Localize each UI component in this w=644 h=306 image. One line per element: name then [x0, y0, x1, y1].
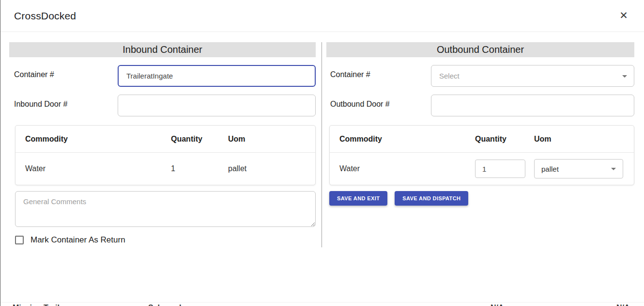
- outbound-quantity-input[interactable]: [475, 160, 525, 178]
- inbound-col-commodity: Commodity: [25, 135, 171, 144]
- modal-body: Inbound Container Container # Inbound Do…: [0, 32, 644, 247]
- inbound-panel: Inbound Container Container # Inbound Do…: [0, 32, 322, 245]
- modal-titlebar: CrossDocked ✕: [0, 0, 644, 32]
- close-icon[interactable]: ✕: [617, 9, 630, 22]
- mark-return-checkbox[interactable]: [15, 236, 24, 244]
- outbound-commodity-value: Water: [339, 164, 475, 173]
- inbound-commodity-value: Water: [25, 164, 171, 173]
- inbound-col-uom: Uom: [228, 135, 306, 144]
- outbound-col-commodity: Commodity: [339, 135, 475, 144]
- page-title: CrossDocked: [14, 10, 76, 22]
- outbound-door-label: Outbound Door #: [326, 95, 431, 116]
- outbound-door-input[interactable]: [431, 95, 634, 116]
- inbound-uom-value: pallet: [228, 164, 306, 173]
- outbound-container-row: Container # Select: [326, 65, 634, 87]
- outbound-container-select-value: Select: [439, 72, 460, 80]
- inbound-container-label: Container #: [9, 65, 118, 87]
- dropdown-arrow-icon: [611, 168, 616, 170]
- background-cell: Mission Trails: [13, 304, 64, 306]
- save-and-exit-button[interactable]: SAVE AND EXIT: [329, 191, 387, 206]
- inbound-col-quantity: Quantity: [171, 135, 228, 144]
- outbound-section-header: Outbound Container: [326, 42, 634, 57]
- inbound-section-header: Inbound Container: [9, 42, 316, 57]
- crossdocked-modal: CrossDocked ✕ Inbound Container Containe…: [0, 0, 644, 306]
- background-cell: Schwev Ln: [148, 304, 189, 306]
- outbound-panel: Outbound Container Container # Select Ou…: [322, 32, 644, 206]
- outbound-col-quantity: Quantity: [475, 135, 534, 144]
- outbound-table-header: Commodity Quantity Uom: [330, 126, 634, 153]
- inbound-quantity-value: 1: [171, 164, 228, 173]
- outbound-container-select[interactable]: Select: [431, 65, 634, 87]
- outbound-commodity-table: Commodity Quantity Uom Water pallet: [329, 125, 634, 185]
- mark-return-label: Mark Container As Return: [31, 235, 125, 245]
- outbound-uom-value: pallet: [541, 165, 559, 173]
- table-row: Water pallet: [330, 153, 634, 185]
- inbound-table-header: Commodity Quantity Uom: [15, 126, 315, 153]
- general-comments-textarea[interactable]: [15, 191, 316, 227]
- background-cell: N/A: [616, 304, 630, 306]
- background-cell: N/A: [491, 304, 504, 306]
- inbound-commodity-table: Commodity Quantity Uom Water 1 pallet: [15, 125, 316, 185]
- inbound-container-row: Container #: [9, 65, 316, 87]
- action-buttons: SAVE AND EXIT SAVE AND DISPATCH: [329, 191, 634, 206]
- outbound-col-uom: Uom: [534, 135, 624, 144]
- outbound-door-row: Outbound Door #: [326, 95, 634, 116]
- save-and-dispatch-button[interactable]: SAVE AND DISPATCH: [395, 191, 468, 206]
- outbound-container-label: Container #: [326, 65, 431, 87]
- inbound-door-input[interactable]: [118, 95, 316, 116]
- outbound-uom-select[interactable]: pallet: [534, 159, 623, 178]
- mark-return-checkbox-row[interactable]: Mark Container As Return: [15, 235, 316, 245]
- background-page-clipped-row: Mission Trails Schwev Ln N/A N/A: [0, 302, 644, 306]
- table-row: Water 1 pallet: [15, 153, 315, 185]
- dropdown-arrow-icon: [622, 75, 627, 78]
- inbound-door-row: Inbound Door #: [9, 95, 316, 116]
- inbound-door-label: Inbound Door #: [9, 95, 118, 116]
- inbound-container-input[interactable]: [118, 65, 316, 87]
